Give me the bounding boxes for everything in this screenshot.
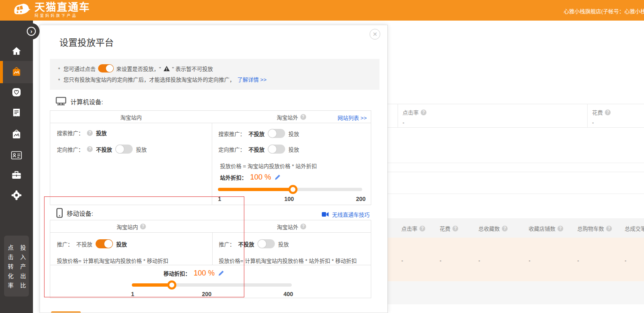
state-off-label: 不投放	[248, 145, 265, 153]
tip-text: 您只有投放淘宝站内的定向推广后，才能选择投放淘宝站外的定向推广，	[63, 75, 235, 83]
cell-value: -	[529, 257, 530, 264]
state-on-label: 投放	[136, 145, 147, 153]
train-logo-icon	[12, 2, 30, 18]
wireless-tips-link[interactable]: 无线直通车技巧	[322, 210, 370, 218]
column-header: 总收藏数	[478, 224, 500, 232]
divider	[388, 194, 644, 194]
search-outside-toggle[interactable]	[268, 129, 285, 138]
sidebar-item-tools[interactable]	[0, 166, 33, 184]
table-row[interactable]: - - - - - -	[388, 238, 644, 281]
slider-tick: 200	[356, 196, 365, 202]
website-list-link[interactable]: 网站列表 >>	[337, 114, 367, 121]
formula-text: 投放价格 = 淘宝站内投放价格 * 站外折扣	[220, 162, 317, 170]
target-inside-toggle[interactable]	[115, 145, 133, 154]
expand-sidebar-button[interactable]: ›	[23, 23, 40, 40]
price-formula-outside: 投放价格 = 淘宝站内投放价格 * 站外折扣	[220, 162, 317, 170]
dialog-title: 设置投放平台	[59, 35, 114, 48]
tip-line-1: • 您可通过点击 来设置是否投放，" " 表示暂不可投放	[58, 64, 371, 72]
help-icon[interactable]: ?	[300, 114, 306, 120]
metrics-widget[interactable]: 点击转化率 投入产出比	[4, 236, 29, 297]
id-card-icon	[11, 151, 22, 159]
account-name[interactable]: 心雅小栈旗舰店(子帐号：心雅小栈	[564, 7, 644, 15]
column-header: 点击率	[401, 224, 417, 232]
highlight-box	[44, 196, 244, 297]
help-icon[interactable]: ?	[606, 226, 612, 231]
summary-stats-panel: 点击率? - 花费? -	[388, 104, 644, 128]
divider	[388, 163, 644, 163]
tip-text: 来设置是否投放，"	[116, 65, 161, 72]
tip-text: 您可通过点击	[63, 65, 96, 72]
help-icon[interactable]: ?	[87, 146, 93, 152]
app-logo[interactable]: 天猫直通车 阿里妈妈旗下产品	[12, 2, 90, 18]
state-on-label: 投放	[96, 129, 107, 137]
stat-value: -	[403, 119, 426, 126]
logo-subtitle: 阿里妈妈旗下产品	[35, 13, 90, 18]
column-header: 花费	[440, 224, 450, 232]
app-header: 天猫直通车 阿里妈妈旗下产品 心雅小栈旗舰店(子帐号：心雅小栈	[0, 0, 644, 21]
computer-icon	[56, 97, 66, 106]
warning-icon	[164, 66, 170, 71]
row-label: 定向推广：	[57, 145, 84, 153]
table-header-row: 点击率? 花费? 总收藏数? 收藏店铺数? 总购物车数? 总成交笔	[388, 218, 644, 238]
slider-tick: 400	[283, 291, 293, 297]
target-outside-toggle[interactable]	[268, 145, 285, 154]
section-label: 计算机设备:	[70, 97, 103, 106]
divider	[398, 104, 398, 127]
outside-discount-slider[interactable]	[218, 188, 362, 191]
sidebar-item-reports[interactable]	[0, 104, 33, 122]
confirm-button[interactable]	[51, 311, 81, 313]
stat-label: 花费	[592, 108, 603, 116]
divider	[212, 123, 212, 205]
cluster-icon	[11, 190, 22, 200]
help-icon[interactable]: ?	[502, 226, 508, 231]
sidebar-item-campaign-active[interactable]	[0, 61, 33, 83]
outside-discount-row: 站外折扣： 100 %	[220, 172, 281, 182]
edit-icon[interactable]	[274, 174, 281, 180]
discount-label: 站外折扣：	[220, 173, 247, 181]
search-promo-row-outside: 搜索推广： 不投放 投放	[218, 129, 299, 138]
state-on-label: 投放	[278, 240, 289, 248]
wireless-tips-label[interactable]: 无线直通车技巧	[332, 210, 370, 218]
sidebar-item-creative[interactable]	[0, 126, 33, 144]
computer-table-body: 搜索推广： ? 投放 定向推广： ? 不投放 投放 搜索推广： 不投放 投放 定…	[50, 123, 371, 205]
bullet-icon: •	[58, 76, 60, 83]
tip-text: " 表示暂不可投放	[172, 65, 213, 72]
discount-value: 100 %	[250, 173, 271, 182]
sidebar-item-account[interactable]	[0, 146, 33, 164]
heart-icon	[12, 87, 21, 97]
target-promo-row-outside: 定向推广： 不投放 投放	[218, 145, 299, 154]
help-icon[interactable]: ?	[87, 130, 93, 136]
picture-icon	[12, 130, 21, 140]
table-row[interactable]	[388, 281, 644, 304]
column-header: 总购物车数	[577, 224, 604, 232]
learn-more-link[interactable]: 了解详情 >>	[237, 75, 267, 83]
bullet-icon: •	[58, 65, 60, 72]
close-icon[interactable]: ✕	[370, 29, 380, 40]
help-icon[interactable]: ?	[300, 224, 306, 229]
column-header: 总成交笔	[625, 224, 644, 232]
active-indicator	[0, 61, 3, 83]
example-toggle	[98, 64, 114, 72]
metric-label-ctr: 点击转化率	[6, 245, 15, 297]
cell-value: -	[478, 257, 480, 264]
video-icon	[322, 212, 329, 217]
help-icon[interactable]: ?	[557, 226, 563, 231]
column-header: 淘宝站外	[276, 113, 298, 121]
column-header: 淘宝站内	[120, 113, 142, 121]
target-promo-row-inside: 定向推广： ? 不投放 投放	[57, 145, 147, 154]
state-on-label: 投放	[288, 130, 299, 138]
sidebar-item-favorites[interactable]	[0, 83, 33, 101]
sidebar-item-home[interactable]	[0, 42, 33, 60]
help-icon[interactable]: ?	[605, 110, 611, 115]
computer-section-title: 计算机设备:	[56, 97, 103, 106]
sidebar-item-community[interactable]	[0, 186, 33, 204]
slider-handle[interactable]	[288, 185, 297, 194]
tips-box: • 您可通过点击 来设置是否投放，" " 表示暂不可投放 • 您只有投放淘宝站内…	[50, 59, 379, 90]
help-icon[interactable]: ?	[452, 226, 458, 231]
cell-value: -	[625, 257, 626, 264]
stat-value: -	[592, 119, 611, 126]
cell-value: -	[440, 257, 441, 264]
mobile-outside-toggle[interactable]	[258, 239, 275, 248]
help-icon[interactable]: ?	[419, 226, 425, 231]
help-icon[interactable]: ?	[421, 110, 426, 115]
